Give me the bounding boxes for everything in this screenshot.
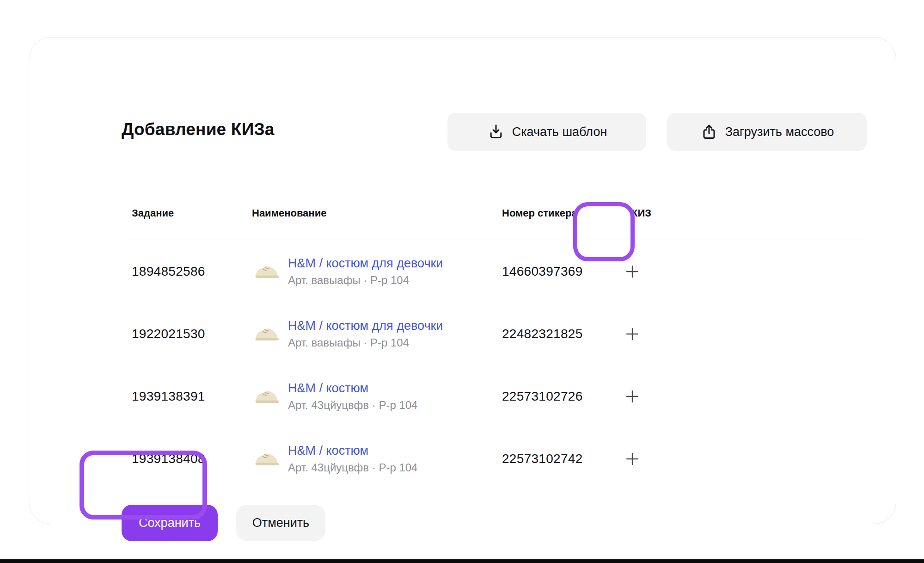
product-link[interactable]: H&M / костюм	[288, 381, 417, 396]
kiz-cell	[631, 385, 654, 408]
task-number: 1939138391	[132, 389, 252, 404]
header-name: Наименование	[252, 202, 502, 219]
bulk-upload-button[interactable]: Загрузить массово	[667, 113, 867, 151]
kiz-table: Задание Наименование Номер стикера КИЗ 1…	[124, 202, 868, 490]
download-icon	[487, 123, 505, 141]
download-template-label: Скачать шаблон	[512, 125, 607, 139]
product-meta: Арт. вавыафы · Р-р 104	[288, 336, 443, 349]
add-kiz-button[interactable]	[621, 448, 643, 470]
upload-icon	[700, 123, 718, 141]
header-sticker: Номер стикера	[502, 202, 631, 219]
sneakers-image	[252, 448, 280, 470]
kiz-cell	[631, 260, 654, 283]
task-number: 1939138408	[132, 452, 252, 466]
sticker-number: 22482321825	[502, 327, 631, 341]
product-link[interactable]: H&M / костюм для девочки	[288, 319, 443, 333]
sneakers-image	[252, 260, 280, 283]
product-text: H&M / костюм Арт. 43цйуцвфв · Р-р 104	[288, 444, 417, 474]
kiz-cell	[631, 448, 654, 470]
add-kiz-button[interactable]	[621, 260, 643, 283]
page-title: Добавление КИЗа	[122, 120, 275, 139]
sticker-number: 14660397369	[502, 264, 631, 279]
plus-icon	[624, 325, 641, 343]
product-cell: H&M / костюм для девочки Арт. вавыафы · …	[252, 319, 502, 349]
header-task: Задание	[132, 202, 252, 219]
product-link[interactable]: H&M / костюм для девочки	[288, 256, 443, 271]
product-thumbnail	[252, 382, 281, 411]
product-text: H&M / костюм Арт. 43цйуцвфв · Р-р 104	[288, 381, 417, 412]
screen: Добавление КИЗа Скачать шаблон Загрузить…	[0, 0, 924, 563]
product-thumbnail	[252, 320, 281, 348]
table-row: 1939138408 H&M / костюм Арт. 43цйуцвфв ·…	[124, 427, 868, 490]
bottom-edge-bar	[0, 559, 924, 563]
header-kiz: КИЗ	[631, 202, 868, 219]
save-button[interactable]: Сохранить	[122, 505, 218, 541]
bulk-upload-label: Загрузить массово	[725, 125, 834, 139]
product-thumbnail	[252, 257, 281, 286]
sticker-number: 22573102742	[502, 452, 631, 466]
table-row: 1922021530 H&M / костюм для девочки Арт.…	[124, 303, 868, 365]
product-text: H&M / костюм для девочки Арт. вавыафы · …	[288, 319, 443, 349]
product-meta: Арт. вавыафы · Р-р 104	[288, 274, 443, 287]
sneakers-image	[252, 385, 280, 408]
plus-icon	[624, 450, 641, 468]
table-row: 1939138391 H&M / костюм Арт. 43цйуцвфв ·…	[124, 365, 868, 427]
product-cell: H&M / костюм для девочки Арт. вавыафы · …	[252, 256, 502, 287]
add-kiz-button[interactable]	[621, 385, 643, 408]
sticker-number: 22573102726	[502, 389, 631, 404]
sneakers-image	[252, 323, 280, 345]
task-number: 1894852586	[132, 264, 252, 279]
kiz-cell	[631, 323, 654, 345]
product-meta: Арт. 43цйуцвфв · Р-р 104	[288, 461, 417, 474]
product-meta: Арт. 43цйуцвфв · Р-р 104	[288, 399, 417, 412]
task-number: 1922021530	[132, 327, 252, 341]
product-text: H&M / костюм для девочки Арт. вавыафы · …	[288, 256, 443, 287]
plus-icon	[624, 263, 641, 280]
product-thumbnail	[252, 445, 281, 473]
product-cell: H&M / костюм Арт. 43цйуцвфв · Р-р 104	[252, 444, 502, 474]
plus-icon	[624, 388, 641, 405]
add-kiz-button[interactable]	[621, 323, 643, 345]
add-kiz-modal-card: Добавление КИЗа Скачать шаблон Загрузить…	[29, 37, 896, 524]
product-link[interactable]: H&M / костюм	[288, 444, 417, 458]
table-row: 1894852586 H&M / костюм для девочки Арт.…	[124, 240, 868, 303]
download-template-button[interactable]: Скачать шаблон	[447, 113, 646, 151]
cancel-button[interactable]: Отменить	[236, 505, 325, 541]
table-header-row: Задание Наименование Номер стикера КИЗ	[124, 202, 868, 240]
product-cell: H&M / костюм Арт. 43цйуцвфв · Р-р 104	[252, 381, 502, 412]
